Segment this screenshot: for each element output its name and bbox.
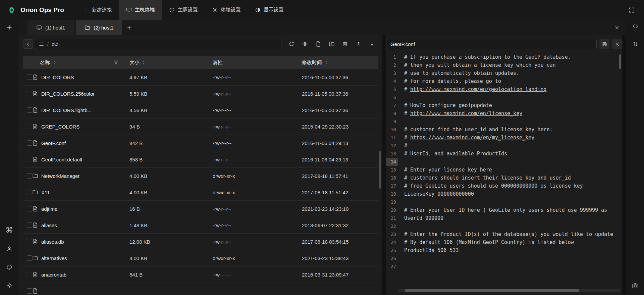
editor-line: 10# customer find the user_id and licens… [386, 126, 622, 134]
row-checkbox[interactable] [27, 124, 32, 129]
line-text: # [404, 86, 410, 92]
menu-item-label: 显示设置 [264, 7, 284, 13]
row-checkbox[interactable] [27, 190, 32, 195]
table-row[interactable]: DIR_COLORS4.97 KB-rw-r--r--2016-11-05 00… [23, 69, 378, 86]
file-name: anacrontab [41, 272, 66, 278]
line-text: # Enter your User ID here ( GeoLite only… [404, 207, 607, 213]
header-mtime[interactable]: 修改时间 [299, 59, 378, 66]
row-checkbox[interactable] [27, 75, 32, 80]
line-text: # [404, 110, 410, 116]
menu-item-palette[interactable]: 主题设置 [162, 0, 205, 20]
row-checkbox[interactable] [27, 272, 32, 277]
table-row[interactable]: adjtime16 B-rw-r--r--2021-03-23 14:23:10 [23, 201, 378, 217]
row-checkbox[interactable] [27, 255, 32, 261]
file-mtime-cell: 2015-04-29 22:30:23 [299, 124, 378, 130]
sidebar-shortcuts-button[interactable]: ⌘ [4, 225, 14, 235]
fullscreen-button[interactable] [626, 4, 637, 16]
brand: Orion Ops Pro [0, 0, 64, 20]
delete-button[interactable] [340, 39, 350, 49]
editor-lines[interactable]: 1# If you purchase a subscription to the… [386, 53, 622, 271]
file-list-scrollbar[interactable] [379, 151, 381, 189]
editor-line: 2# then you will obtain a license key wh… [386, 61, 622, 69]
line-number: 14 [386, 158, 398, 166]
row-checkbox[interactable] [27, 157, 32, 162]
row-checkbox[interactable] [27, 239, 32, 244]
header-name[interactable]: 名称 [32, 59, 127, 66]
toggle-editor-button[interactable] [630, 21, 640, 31]
line-number: 25 [386, 246, 398, 254]
breadcrumb[interactable]: / etc [35, 39, 281, 49]
editor-link[interactable]: http://www.maxmind.com/en/geolocation_la… [410, 86, 546, 92]
table-row[interactable]: X114.00 KBdrwxr-xr-x2017-08-18 11:51:42 [23, 184, 378, 201]
save-button[interactable] [599, 39, 609, 49]
table-row[interactable] [23, 283, 378, 295]
table-row[interactable]: alternatives4.00 KBdrwxr-xr-x2021-03-23 … [23, 250, 378, 266]
filter-icon[interactable] [113, 60, 119, 65]
file-name: GREP_COLORS [41, 124, 79, 130]
new-folder-button[interactable] [327, 39, 337, 49]
sort-icon[interactable] [142, 60, 146, 65]
line-number: 9 [386, 117, 398, 126]
editor-link[interactable]: https://www.maxmind.com/en/my_license_ke… [410, 135, 534, 141]
table-row[interactable]: aliases1.48 KB-rw-r--r--2013-06-07 22:31… [23, 217, 378, 234]
file-size-cell: 12.00 KB [127, 239, 211, 245]
tab-2[interactable]: (2) host1 [76, 20, 122, 35]
header-size[interactable]: 大小 [127, 59, 211, 66]
screenshot-button[interactable] [630, 281, 640, 291]
editor-horizontal-scrollbar-thumb[interactable] [405, 289, 579, 292]
table-row[interactable]: DIR_COLORS.256color5.59 KB-rw-r--r--2016… [23, 86, 378, 102]
table-row[interactable]: aliases.db12.00 KB-rw-r--r--2017-08-18 0… [23, 234, 378, 250]
sidebar-theme-button[interactable] [4, 262, 14, 272]
preview-button[interactable] [300, 39, 310, 49]
swap-layout-button[interactable] [630, 39, 640, 49]
menu-item-contrast[interactable]: 显示设置 [248, 0, 291, 20]
editor-vertical-scrollbar[interactable] [619, 54, 621, 69]
menu-item-terminal[interactable]: 主机终端 [119, 0, 162, 20]
row-checkbox[interactable] [27, 91, 32, 96]
row-checkbox[interactable] [27, 288, 32, 294]
table-row[interactable]: GeoIP.conf.default858 B-rw-r--r--2016-11… [23, 151, 378, 168]
sidebar-settings-button[interactable] [4, 281, 14, 291]
close-editor-button[interactable] [612, 39, 622, 49]
sidebar-user-button[interactable] [4, 244, 14, 254]
tab-label: (1) host1 [45, 25, 65, 31]
table-row[interactable]: GREP_COLORS94 B-rw-r--r--2015-04-29 22:3… [23, 118, 378, 135]
download-button[interactable] [367, 39, 377, 49]
editor-filename-input[interactable]: GeoIP.conf [386, 39, 597, 49]
menu-item-gear[interactable]: 终端设置 [205, 0, 248, 20]
folder-icon [85, 25, 90, 31]
row-checkbox[interactable] [27, 223, 32, 228]
new-file-button[interactable] [313, 39, 323, 49]
editor-link[interactable]: http://www.maxmind.com/en/license_key [410, 110, 522, 116]
line-content [398, 222, 622, 230]
tab-1[interactable]: (1) host1 [28, 20, 74, 35]
select-all-checkbox[interactable] [27, 60, 32, 65]
new-tab-button[interactable] [122, 20, 136, 35]
file-name: NetworkManager [41, 173, 79, 179]
back-button[interactable] [23, 39, 33, 49]
tab-label: (2) host1 [94, 25, 113, 31]
row-checkbox[interactable] [27, 206, 32, 211]
line-number: 3 [386, 69, 398, 77]
sort-icon[interactable] [324, 60, 328, 65]
line-content: # free GeoLite users should use 00000000… [398, 182, 622, 190]
row-checkbox[interactable] [27, 140, 32, 146]
sidebar-new-button[interactable] [4, 22, 14, 33]
table-row[interactable]: DIR_COLORS.lightb...4.56 KB-rw-r--r--201… [23, 102, 378, 118]
line-content: # Enter your User ID here ( GeoLite only… [398, 206, 622, 214]
refresh-button[interactable] [286, 39, 297, 49]
file-size-cell: 842 B [127, 140, 211, 146]
line-content [398, 262, 622, 271]
line-number: 19 [386, 198, 398, 206]
sort-icon[interactable] [52, 60, 56, 65]
line-content [398, 198, 622, 206]
tabbar-close-button[interactable] [611, 22, 622, 33]
table-row[interactable]: GeoIP.conf842 B-rw-r--r--2016-11-06 04:2… [23, 135, 378, 151]
table-row[interactable]: NetworkManager4.00 KBdrwxr-xr-x2017-08-1… [23, 168, 378, 184]
row-checkbox[interactable] [27, 173, 32, 179]
table-row[interactable]: anacrontab541 B-rw-------2016-03-31 23:0… [23, 266, 378, 283]
menu-item-plus[interactable]: 新建连接 [76, 0, 119, 20]
editor-horizontal-scrollbar-track[interactable] [398, 289, 620, 292]
upload-button[interactable] [354, 39, 364, 49]
row-checkbox[interactable] [27, 107, 32, 113]
